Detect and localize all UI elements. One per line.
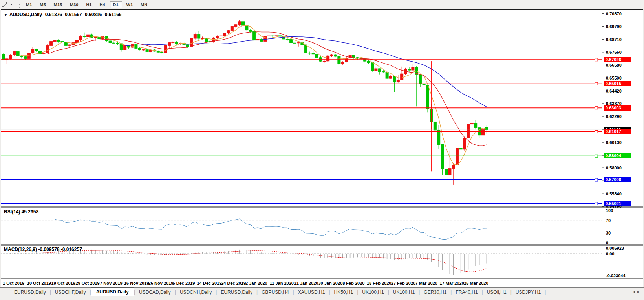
chart-tab-hk50-h1[interactable]: HK50,H1 — [330, 289, 357, 296]
level-line-handle[interactable] — [595, 82, 598, 85]
level-price-label: 0.58994 — [604, 153, 631, 158]
chart-tab-usdcad-daily[interactable]: USDCAD,Daily — [135, 289, 175, 296]
candle — [2, 53, 5, 60]
chart-title: ▼AUDUSD,Daily 0.61376 0.61567 0.60816 0.… — [4, 12, 123, 17]
level-line-handle[interactable] — [595, 178, 598, 181]
candle — [415, 66, 418, 106]
candle — [308, 52, 311, 55]
chart-tab-usdcnh-daily[interactable]: USDCNH,Daily — [176, 289, 216, 296]
candle — [316, 53, 318, 60]
candle — [459, 136, 462, 150]
candle — [234, 24, 237, 27]
candle — [312, 51, 315, 54]
candle — [146, 49, 148, 52]
candle — [20, 55, 23, 58]
timeframe-button-h4[interactable]: H4 — [96, 1, 108, 8]
tabs-scroll-right-arrow[interactable]: ▸ — [637, 289, 642, 294]
level-line-handle[interactable] — [595, 155, 598, 157]
ohlc-high: 0.61567 — [65, 12, 82, 17]
price-tick-label: 0.60130 — [606, 140, 622, 145]
level-price-label: 0.67026 — [604, 57, 631, 62]
timeframe-button-m30[interactable]: M30 — [66, 1, 82, 8]
candle — [297, 42, 300, 47]
candle — [198, 31, 200, 40]
price-tick-label: 0.64420 — [606, 89, 622, 93]
timeframe-buttons: M1M5M15M30H1H4D1W1MN — [22, 1, 151, 8]
chart-tab-eurusd-daily[interactable]: EURUSD,Daily — [10, 289, 50, 296]
ohlc-close: 0.61166 — [105, 12, 122, 17]
candle — [390, 75, 392, 79]
timeframe-button-d1[interactable]: D1 — [110, 1, 122, 8]
macd-tick-label: -0.023944 — [606, 273, 626, 278]
candle — [79, 35, 82, 42]
timeframe-button-h1[interactable]: H1 — [82, 1, 95, 8]
chart-tab-uk100-h1[interactable]: UK100,H1 — [389, 289, 419, 296]
candle — [142, 49, 145, 51]
chart-tab-audusd-daily[interactable]: AUDUSD,Daily — [91, 287, 134, 296]
candle — [474, 120, 477, 129]
candle — [9, 54, 12, 60]
dropdown-caret-icon[interactable]: ▼ — [9, 3, 14, 6]
timeframe-button-m5[interactable]: M5 — [36, 1, 49, 8]
timeframe-button-w1[interactable]: W1 — [123, 1, 137, 8]
price-tick-label: 0.67660 — [606, 50, 622, 55]
chart-tab-fra40-h1[interactable]: FRA40,H1 — [452, 289, 481, 296]
candle — [220, 35, 222, 38]
rsi-value: 45.2958 — [22, 209, 38, 215]
candle — [412, 64, 414, 71]
collapse-triangle-icon[interactable]: ▼ — [4, 13, 7, 17]
level-line-handle[interactable] — [595, 130, 598, 133]
rsi-line — [55, 219, 487, 240]
timeframe-button-m1[interactable]: M1 — [22, 1, 35, 8]
candle — [434, 121, 436, 135]
candle — [334, 54, 337, 57]
chart-tab-eurusd-daily[interactable]: EURUSD,Daily — [217, 289, 256, 296]
chart-tab-usdchf-daily[interactable]: USDCHF,Daily — [51, 289, 90, 296]
candle — [293, 42, 296, 44]
price-tick-label: 0.55840 — [606, 191, 622, 196]
candle — [445, 168, 448, 203]
chart-tab-usoil-h1[interactable]: USOil,H1 — [483, 289, 510, 296]
candle — [113, 42, 115, 44]
price-tick-label: 0.69790 — [606, 24, 622, 29]
candle — [227, 30, 230, 34]
price-tick-label: 0.58000 — [606, 165, 622, 170]
candle — [27, 52, 30, 59]
tab-separator: | — [545, 289, 546, 295]
candle — [216, 35, 219, 39]
level-line-handle[interactable] — [595, 58, 598, 61]
chart-canvas[interactable] — [1, 10, 643, 287]
timeframe-button-m15[interactable]: M15 — [50, 1, 66, 8]
toolbar-drag-handle[interactable] — [17, 2, 20, 8]
rsi-tick-label: 30 — [606, 231, 611, 235]
macd-tick-label: 0.00 — [606, 251, 614, 256]
level-line-handle[interactable] — [595, 107, 598, 109]
candle — [260, 38, 263, 42]
ohlc-low: 0.60816 — [85, 12, 102, 17]
rsi-tick-label: 70 — [606, 218, 611, 223]
candle — [353, 55, 355, 59]
level-line-handle[interactable] — [595, 202, 598, 205]
candle — [419, 74, 422, 87]
chart-symbol-label: AUDUSD,Daily — [9, 12, 42, 17]
candle — [267, 35, 270, 37]
chart-tab-usdjpy-h1[interactable]: USDJPY,H1 — [512, 289, 545, 296]
tabs-scroll-left-arrow[interactable]: ◂ — [633, 289, 637, 294]
chart-tab-gbpusd-h4[interactable]: GBPUSD,H4 — [258, 289, 293, 296]
timeframe-button-mn[interactable]: MN — [137, 1, 151, 8]
drawing-tool-icon[interactable] — [1, 1, 9, 8]
rsi-name: RSI(14) — [4, 209, 20, 215]
candle — [408, 67, 411, 72]
candle — [35, 49, 38, 52]
candle — [286, 38, 289, 41]
candle — [319, 56, 322, 62]
candle — [238, 20, 241, 26]
macd-indicator-label: MACD(12,26,9) -0.009578 -0.016257 — [4, 247, 82, 252]
chart-tab-xauusd-h1[interactable]: XAUUSD,H1 — [294, 289, 329, 296]
candle — [138, 47, 141, 51]
candle — [90, 34, 93, 38]
macd-tick-label: 0.005923 — [606, 246, 624, 251]
chart-tab-uk100-h1[interactable]: UK100,H1 — [358, 289, 388, 296]
chart-tab-ger30-h1[interactable]: GER30,H1 — [420, 289, 450, 296]
price-axis: 0.708700.697900.687100.676600.665800.655… — [602, 10, 644, 287]
